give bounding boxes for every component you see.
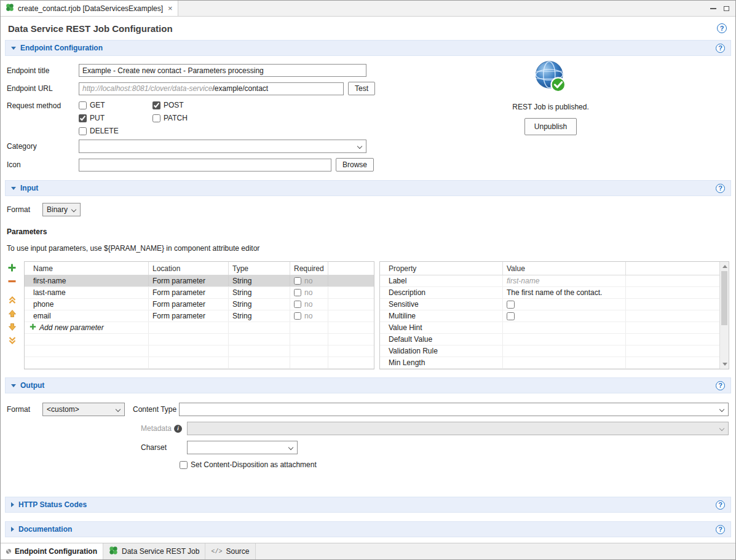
- column-header-location[interactable]: Location: [149, 262, 229, 275]
- required-checkbox[interactable]: [294, 312, 301, 320]
- minimize-icon[interactable]: [710, 8, 716, 9]
- property-row[interactable]: Description The first name of the contac…: [380, 287, 729, 299]
- test-button[interactable]: Test: [348, 82, 375, 95]
- http-status-help-icon[interactable]: ?: [716, 500, 725, 510]
- method-post-checkbox[interactable]: [152, 101, 160, 109]
- scroll-down-icon[interactable]: [722, 363, 727, 366]
- property-row[interactable]: Validation Rule: [380, 345, 729, 357]
- add-parameter-row[interactable]: Add new parameter: [25, 322, 374, 334]
- vertical-scrollbar[interactable]: [719, 262, 729, 369]
- property-row[interactable]: Multiline: [380, 310, 729, 322]
- required-checkbox[interactable]: [294, 301, 301, 308]
- http-status-section-header[interactable]: HTTP Status Codes ?: [5, 497, 731, 513]
- tab-data-service-rest-job[interactable]: Data Service REST Job: [103, 543, 206, 559]
- output-format-select[interactable]: <custom>: [42, 403, 125, 416]
- property-row[interactable]: Default Value: [380, 334, 729, 345]
- metadata-select: [187, 422, 729, 435]
- parameter-name: phone: [25, 299, 149, 310]
- column-header-type[interactable]: Type: [229, 262, 290, 275]
- page-header: Data Service REST Job Configuration ?: [1, 17, 735, 40]
- empty-row: [25, 357, 374, 369]
- move-bottom-icon[interactable]: [7, 335, 17, 345]
- add-parameter-icon[interactable]: [7, 262, 17, 273]
- property-name: Description: [380, 287, 503, 298]
- charset-select[interactable]: [187, 441, 298, 454]
- property-row[interactable]: Sensitive: [380, 299, 729, 310]
- method-get-checkbox[interactable]: [79, 101, 87, 109]
- column-header-required[interactable]: Required: [290, 262, 328, 275]
- output-help-icon[interactable]: ?: [716, 381, 725, 390]
- move-top-icon[interactable]: [7, 294, 17, 305]
- content-disposition-option[interactable]: Set Content-Disposition as attachment: [180, 460, 729, 470]
- input-help-icon[interactable]: ?: [716, 184, 725, 193]
- icon-input[interactable]: [79, 159, 331, 172]
- property-value[interactable]: [503, 334, 626, 345]
- multiline-checkbox[interactable]: [507, 312, 515, 320]
- property-row[interactable]: Value Hint: [380, 322, 729, 334]
- column-header-name[interactable]: Name: [25, 262, 149, 275]
- content-disposition-checkbox[interactable]: [180, 461, 188, 469]
- documentation-section-header[interactable]: Documentation ?: [5, 521, 731, 537]
- property-row[interactable]: Min Length: [380, 357, 729, 369]
- sensitive-checkbox[interactable]: [507, 301, 515, 309]
- chevron-down-icon: [116, 407, 121, 412]
- method-get[interactable]: GET: [79, 100, 152, 110]
- property-value[interactable]: [503, 322, 626, 333]
- property-value[interactable]: [503, 345, 626, 357]
- required-checkbox[interactable]: [294, 277, 301, 285]
- info-icon[interactable]: i: [174, 425, 182, 433]
- endpoint-url-input[interactable]: http://localhost:8081/clover/data-servic…: [79, 82, 344, 95]
- tab-close-icon[interactable]: ×: [168, 4, 173, 12]
- method-delete-checkbox[interactable]: [79, 127, 87, 135]
- required-text: no: [304, 312, 312, 320]
- parameter-row[interactable]: phone Form parameter String no: [25, 299, 374, 310]
- remove-parameter-icon[interactable]: [7, 276, 17, 286]
- parameter-location: Form parameter: [149, 275, 229, 286]
- parameter-row[interactable]: email Form parameter String no: [25, 310, 374, 322]
- move-down-icon[interactable]: [7, 321, 17, 332]
- column-header-value[interactable]: Value: [503, 262, 626, 275]
- scroll-up-icon[interactable]: [722, 265, 727, 268]
- property-row[interactable]: Label first-name: [380, 275, 729, 287]
- endpoint-help-icon[interactable]: ?: [716, 44, 725, 53]
- output-section-header[interactable]: Output ?: [5, 377, 731, 393]
- method-patch-checkbox[interactable]: [152, 114, 160, 122]
- property-value[interactable]: first-name: [503, 275, 626, 286]
- content-type-combo[interactable]: [179, 403, 729, 416]
- method-post[interactable]: POST: [152, 100, 226, 110]
- browse-button[interactable]: Browse: [336, 158, 374, 172]
- required-checkbox[interactable]: [294, 289, 301, 296]
- request-method-group: GET PUT DELETE: [79, 100, 226, 136]
- endpoint-title-label: Endpoint title: [7, 66, 79, 75]
- property-value[interactable]: The first name of the contact.: [503, 287, 626, 298]
- column-header-property[interactable]: Property: [380, 262, 503, 275]
- endpoint-title-input[interactable]: [79, 64, 366, 77]
- endpoint-section-header[interactable]: Endpoint Configuration ?: [5, 40, 731, 56]
- parameter-row[interactable]: last-name Form parameter String no: [25, 287, 374, 299]
- parameter-location: Form parameter: [149, 299, 229, 310]
- category-select[interactable]: [79, 140, 366, 153]
- restore-icon[interactable]: [724, 6, 729, 11]
- method-put-checkbox[interactable]: [79, 114, 87, 122]
- move-up-icon[interactable]: [7, 308, 17, 318]
- tab-source[interactable]: </> Source: [205, 543, 255, 559]
- editor-tab[interactable]: create_contact.rjob [DataServicesExample…: [1, 1, 178, 16]
- method-patch[interactable]: PATCH: [152, 113, 226, 123]
- parameter-type: String: [229, 287, 290, 298]
- page-help-icon[interactable]: ?: [717, 23, 727, 33]
- parameter-row[interactable]: first-name Form parameter String no: [25, 275, 374, 287]
- input-format-select[interactable]: Binary: [42, 203, 81, 216]
- metadata-label-text: Metadata: [141, 424, 172, 433]
- empty-row: [25, 345, 374, 357]
- method-delete[interactable]: DELETE: [79, 126, 152, 136]
- scrollbar-thumb[interactable]: [721, 271, 727, 325]
- unpublish-button[interactable]: Unpublish: [524, 118, 577, 135]
- property-value[interactable]: [503, 357, 626, 368]
- published-globe-icon: [533, 87, 569, 97]
- parameters-toolbar: [7, 261, 24, 345]
- input-section-header[interactable]: Input ?: [5, 180, 731, 196]
- parameter-type: String: [229, 299, 290, 310]
- documentation-help-icon[interactable]: ?: [716, 525, 725, 534]
- method-put[interactable]: PUT: [79, 113, 152, 123]
- tab-endpoint-configuration[interactable]: Endpoint Configuration: [1, 543, 103, 559]
